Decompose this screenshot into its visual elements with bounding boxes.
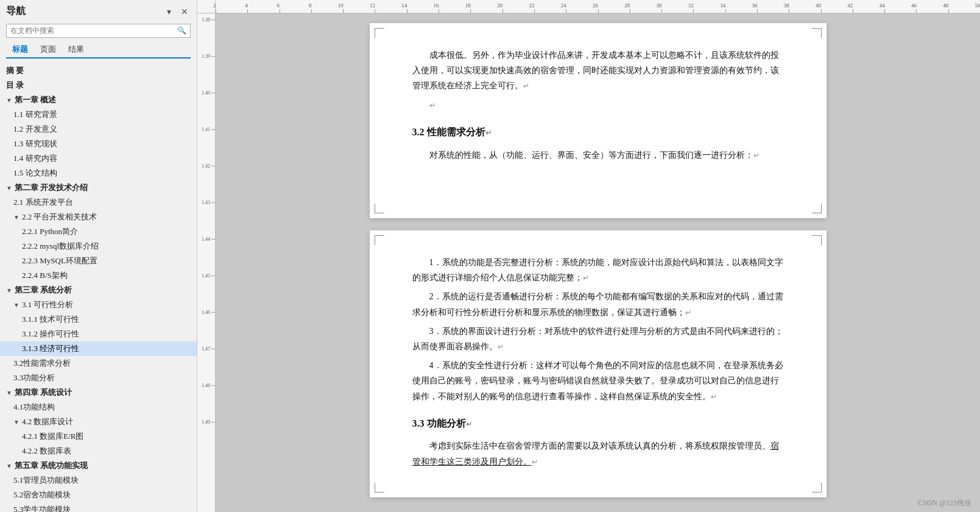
tree-label-7: 1.5 论文结构 — [13, 168, 57, 179]
ruler-tick-48: 48 — [948, 9, 949, 13]
tree-item-13[interactable]: 2.2.3 MySQL环境配置 — [0, 254, 197, 268]
ruler-scale: 2468101214161820222426283032343638404244… — [216, 0, 980, 13]
page2-item4: 4．系统的安全性进行分析：这样才可以每个角色的不同对应的信息也就不同，在登录系统… — [412, 358, 784, 404]
page2-item3: 3．系统的界面设计进行分析：对系统中的软件进行处理与分析的方式是由不同代码来进行… — [412, 324, 784, 354]
tree-item-22[interactable]: ▼第四章 系统设计 — [0, 385, 197, 400]
tab-results[interactable]: 结果 — [62, 41, 90, 59]
tree-item-26[interactable]: 4.2.2 数据库表 — [0, 444, 197, 458]
vertical-ruler: 1.381.391.401.411.421.431.441.451.461.47… — [197, 13, 216, 512]
tree-item-14[interactable]: 2.2.4 B/S架构 — [0, 268, 197, 283]
ruler-tick-18: 18 — [470, 9, 471, 13]
tree-label-21: 3.3功能分析 — [13, 372, 55, 383]
tree-item-24[interactable]: ▼4.2 数据库设计 — [0, 414, 197, 429]
tree-item-27[interactable]: ▼第五章 系统功能实现 — [0, 458, 197, 473]
tree-arrow-24: ▼ — [13, 419, 19, 425]
tree-item-3[interactable]: 1.1 研究背景 — [0, 107, 197, 122]
tree-item-30[interactable]: 5.3学生功能模块 — [0, 502, 197, 512]
tree-item-28[interactable]: 5.1管理员功能模块 — [0, 473, 197, 488]
corner-mark-br — [812, 204, 822, 213]
vruler-tick-10: 1.48 — [197, 385, 215, 386]
tree-label-1: 目 录 — [6, 80, 24, 91]
tree-item-9[interactable]: 2.1 系统开发平台 — [0, 195, 197, 210]
tree-label-9: 2.1 系统开发平台 — [13, 197, 73, 208]
tree-item-6[interactable]: 1.4 研究内容 — [0, 151, 197, 166]
tree-item-16[interactable]: ▼3.1 可行性分析 — [0, 297, 197, 312]
vruler-tick-3: 1.41 — [197, 129, 215, 130]
corner-mark-bl — [375, 204, 384, 213]
tree-item-17[interactable]: 3.1.1 技术可行性 — [0, 312, 197, 327]
tree-item-8[interactable]: ▼第二章 开发技术介绍 — [0, 180, 197, 195]
tab-page[interactable]: 页面 — [34, 41, 62, 59]
ruler-tick-20: 20 — [502, 9, 503, 13]
tab-heading[interactable]: 标题 — [6, 41, 34, 59]
main-area: 2468101214161820222426283032343638404244… — [197, 0, 980, 512]
tree-label-27: 第五章 系统功能实现 — [15, 460, 88, 471]
tree-label-22: 第四章 系统设计 — [15, 387, 72, 398]
tree-item-21[interactable]: 3.3功能分析 — [0, 371, 197, 385]
vruler-tick-5: 1.43 — [197, 202, 215, 203]
ruler-tick-10: 10 — [343, 9, 344, 13]
vruler-tick-6: 1.44 — [197, 239, 215, 240]
tree-item-10[interactable]: ▼2.2 平台开发相关技术 — [0, 210, 197, 224]
tree-item-0[interactable]: 摘 要 — [0, 63, 197, 78]
tree-item-2[interactable]: ▼第一章 概述 — [0, 93, 197, 107]
doc-page-1: 成本很低。另外，作为毕业设计作品来讲，开发成本基本上可以忽略不计，且该系统软件的… — [370, 23, 827, 218]
tree-label-12: 2.2.2 mysql数据库介绍 — [22, 241, 99, 252]
sidebar-pin-button[interactable]: ▾ — [164, 5, 174, 18]
tree-item-29[interactable]: 5.2宿舍功能模块 — [0, 488, 197, 502]
tree-arrow-15: ▼ — [6, 287, 12, 294]
vruler-tick-9: 1.47 — [197, 349, 215, 349]
ruler-tick-6: 6 — [280, 9, 280, 13]
ruler-tick-14: 14 — [407, 9, 407, 13]
tree-item-12[interactable]: 2.2.2 mysql数据库介绍 — [0, 239, 197, 254]
tree-label-3: 1.1 研究背景 — [13, 109, 57, 120]
ruler-tick-32: 32 — [693, 9, 694, 13]
tree-item-5[interactable]: 1.3 研究现状 — [0, 137, 197, 151]
search-bar: 🔍 — [6, 24, 191, 38]
tree-arrow-22: ▼ — [6, 389, 12, 396]
sidebar: 导航 ▾ ✕ 🔍 标题 页面 结果 摘 要目 录▼第一章 概述1.1 研究背景1… — [0, 0, 197, 512]
tree-item-20[interactable]: 3.2性能需求分析 — [0, 356, 197, 371]
doc-viewport[interactable]: 成本很低。另外，作为毕业设计作品来讲，开发成本基本上可以忽略不计，且该系统软件的… — [216, 13, 980, 512]
tree-label-26: 4.2.2 数据库表 — [22, 446, 71, 457]
tree-label-24: 4.2 数据库设计 — [22, 416, 74, 427]
page2-item1: 1．系统的功能是否完整进行分析：系统的功能，能对应设计出原始代码和算法，以表格同… — [412, 255, 784, 285]
tree-item-4[interactable]: 1.2 开发意义 — [0, 122, 197, 137]
search-input[interactable] — [10, 26, 177, 35]
tree-item-15[interactable]: ▼第三章 系统分析 — [0, 283, 197, 297]
tree-label-20: 3.2性能需求分析 — [13, 358, 71, 369]
vruler-tick-4: 1.42 — [197, 166, 215, 166]
tree-item-7[interactable]: 1.5 论文结构 — [0, 166, 197, 180]
tree-label-28: 5.1管理员功能模块 — [13, 475, 79, 486]
tree-item-1[interactable]: 目 录 — [0, 78, 197, 93]
search-icon[interactable]: 🔍 — [177, 26, 186, 35]
tree-label-13: 2.2.3 MySQL环境配置 — [22, 255, 97, 266]
ruler-tick-28: 28 — [630, 9, 630, 13]
sidebar-close-button[interactable]: ✕ — [178, 5, 191, 18]
page1-content-before: 成本很低。另外，作为毕业设计作品来讲，开发成本基本上可以忽略不计，且该系统软件的… — [412, 48, 784, 94]
ruler-tick-36: 36 — [757, 9, 758, 13]
tree-item-23[interactable]: 4.1功能结构 — [0, 400, 197, 414]
tree-label-11: 2.2.1 Python简介 — [22, 226, 78, 237]
tree-arrow-8: ▼ — [6, 185, 12, 191]
vruler-tick-11: 1.49 — [197, 422, 215, 422]
tree-label-0: 摘 要 — [6, 65, 24, 76]
vruler-tick-1: 1.39 — [197, 56, 215, 57]
section-heading-3-3: 3.3 功能分析↵ — [412, 415, 784, 433]
corner-mark2-bl — [375, 483, 384, 492]
tree-item-19[interactable]: 3.1.3 经济可行性 — [0, 341, 197, 356]
ruler-tick-38: 38 — [789, 9, 789, 13]
ruler-tick-46: 46 — [916, 9, 917, 13]
tree-label-15: 第三章 系统分析 — [15, 285, 72, 296]
ruler-tick-2: 2 — [216, 9, 216, 13]
vruler-tick-0: 1.38 — [197, 20, 215, 20]
tree-arrow-10: ▼ — [13, 214, 19, 221]
tree-item-25[interactable]: 4.2.1 数据库E/R图 — [0, 429, 197, 444]
tree-label-2: 第一章 概述 — [15, 94, 56, 105]
tree-item-18[interactable]: 3.1.2 操作可行性 — [0, 327, 197, 341]
tree-label-14: 2.2.4 B/S架构 — [22, 270, 68, 281]
tree-item-11[interactable]: 2.2.1 Python简介 — [0, 224, 197, 239]
sidebar-title: 导航 — [6, 5, 26, 18]
tree-label-10: 2.2 平台开发相关技术 — [22, 212, 97, 222]
tree-label-30: 5.3学生功能模块 — [13, 504, 71, 512]
